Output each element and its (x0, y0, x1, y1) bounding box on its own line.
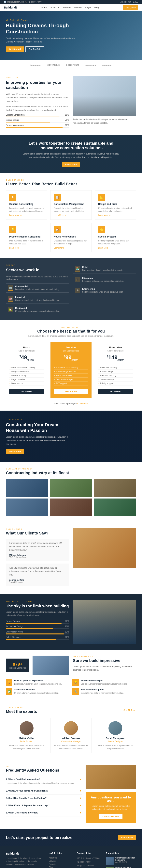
faq-item-2[interactable]: 2. What Are Your Terms And Conditions?▼ … (6, 787, 82, 795)
faq-item-4[interactable]: 4. What Kinds of Payment Do You Accept?▼… (6, 802, 82, 809)
faq-section: FAQ Frequently Asked Questions 1. Where … (0, 759, 142, 829)
footer-contact-details: 123 Build Street, NY 10001 +1 234 567 89… (77, 857, 102, 867)
feature-item: Priority support (98, 381, 133, 385)
hero-buttons: Get Started Our Portfolio (6, 46, 77, 52)
project-image-4 (6, 498, 48, 516)
faq-cta-btn[interactable]: Contact Us Now (99, 814, 122, 819)
plan-enterprise-price: $149/month (98, 354, 133, 361)
service-desc-4: Duis aute irure dolor in reprehenderit i… (9, 239, 44, 245)
service-link-3[interactable]: Learn More → (98, 214, 133, 216)
projects-section: OUR LATEST PROJECT Constructing industry… (0, 462, 142, 522)
footer-useful-links: Useful Links About Us Services Projects … (47, 852, 73, 868)
top-bar-hours: Mon-Fri: 8:00 - 17:00 (120, 1, 138, 3)
partner-3: LOGOPSUM (66, 64, 79, 66)
pricing-heading: Choose the best plan that fit for you (6, 329, 136, 334)
footer-posts-heading: Recent Post (106, 852, 136, 855)
hero-portfolio-button[interactable]: Our Portfolio (26, 46, 44, 52)
education-icon: 🎓 (75, 277, 80, 282)
nav-home[interactable]: Home (41, 6, 47, 9)
nav-cta-button[interactable]: Get Quote (123, 5, 138, 10)
faq-item-5[interactable]: 5. When Do I receive my order?▼ Sed ut p… (6, 809, 82, 816)
plan-premium-subtitle: Sed ut perspiciatis (54, 350, 88, 352)
service-icon-1: 🏗 (9, 194, 16, 201)
service-icon-3: 📐 (98, 194, 105, 201)
expert-card-3: Sarah Thompson Interior Designer Duis au… (95, 718, 136, 753)
nav-about[interactable]: About Us (50, 6, 59, 9)
plan-basic-price: $49/month (9, 354, 44, 361)
logo[interactable]: Buildcraft (4, 6, 17, 9)
passion-description: Lorem ipsum dolor sit amet, consectetur … (6, 435, 69, 446)
nav-portfolio[interactable]: Portfolio (74, 6, 82, 9)
footer-description: Lorem ipsum dolor sit amet, consectetur … (6, 857, 44, 866)
feature-item: Custom design (98, 370, 133, 374)
faq-image (85, 765, 136, 789)
stat-label: Projects Completed (9, 667, 26, 669)
sustainable-section: Let's work together to create sustainabl… (0, 135, 142, 173)
service-desc-2: Consectetur adipiscing elit sed do eiusm… (54, 207, 88, 213)
services-section: OUR SERVICES Listen Better. Plan Better.… (0, 173, 142, 258)
testimonial-author-2: George S. King (9, 579, 66, 581)
footer-link-services[interactable]: Services (47, 860, 73, 862)
sector-education-desc: Excepteur sint occaecat cupidatat non pr… (82, 280, 124, 283)
passion-label: OUR PASSION (6, 418, 136, 421)
nav-services[interactable]: Services (63, 6, 71, 9)
service-link-4[interactable]: Learn More → (9, 247, 44, 249)
partner-4: Logopsum (84, 64, 96, 66)
faq-heading: Frequently Asked Questions (6, 768, 82, 773)
passion-heading: Constructing Your Dream House with Passi… (6, 422, 69, 433)
service-link-6[interactable]: Learn More → (98, 247, 133, 249)
nav-pages[interactable]: Pages (85, 6, 91, 9)
project-image-2 (50, 479, 92, 497)
contact-us-link[interactable]: Contact Us (77, 402, 88, 405)
skills-label: THE SKY IS THE LIMIT (6, 600, 69, 602)
partners-section: Logopsum LOREM·SUM LOGOPSUM Logopsum log… (0, 60, 142, 70)
sector-engineering-title: Engineering (82, 288, 123, 290)
faq-item-1[interactable]: 1. Where Can I Find Information?▼ Lorem … (6, 776, 82, 787)
hero-get-started-button[interactable]: Get Started (6, 46, 24, 52)
footer-link-blog[interactable]: Blog (47, 866, 73, 868)
service-link-5[interactable]: Learn More → (54, 247, 88, 249)
service-link-1[interactable]: Learn More → (9, 214, 44, 216)
service-desc-6: Sed ut perspiciatis unde omnis iste natu… (98, 239, 133, 245)
sustainable-btn[interactable]: Learn More (62, 162, 80, 167)
testimonials-heading: What Our Clients Say? (6, 531, 69, 535)
feature-item: Project timeline (9, 378, 44, 381)
service-title-5: House Renovations (54, 235, 88, 238)
passion-btn[interactable]: Get Started (6, 449, 24, 454)
footer-contact-heading: Contact Info (77, 852, 102, 855)
plan-basic-btn[interactable]: Get Started (9, 389, 44, 394)
feature-item: Enterprise planning (98, 366, 133, 370)
feature-item: 24/7 support (54, 381, 88, 385)
sector-retail-title: Retail (82, 266, 123, 268)
why-item-2: 👷 Professional & Expert Sed do eiusmod t… (72, 679, 136, 686)
sector-item-engineering: ⚙ EngineeringSed ut perspiciatis unde om… (73, 286, 136, 295)
footer-phone: +1 234 567 890 (77, 860, 102, 864)
faq-cta-heading: Any questions you want to ask? (90, 796, 132, 803)
service-card-4: 💡 Preconstruction Consulting Duis aute i… (6, 223, 47, 252)
plan-enterprise-btn[interactable]: Get Started (98, 389, 133, 394)
expert-card-2: William Gardner Construction Manager Ut … (50, 718, 92, 753)
service-link-2[interactable]: Learn More → (54, 214, 88, 216)
feature-item: Premium materials (54, 374, 88, 378)
projects-grid (6, 479, 136, 516)
retail-icon: 🏪 (75, 266, 80, 272)
sector-heading: Sector we work in (6, 268, 69, 272)
experts-heading: Meet the experts (6, 709, 37, 714)
nav-blog[interactable]: Blog (94, 6, 99, 9)
chevron-down-icon: ▼ (79, 804, 82, 807)
sector-items: 🏢 CommercialLorem ipsum dolor sit amet c… (6, 283, 69, 314)
sector-industrial-desc: Consectetur adipiscing elit sed do eiusm… (15, 299, 60, 302)
sector-item-education: 🎓 EducationExcepteur sint occaecat cupid… (73, 275, 136, 284)
progress-item-3: Project Management90% (6, 124, 69, 128)
see-all-link[interactable]: See All Team (123, 709, 136, 711)
footer-link-projects[interactable]: Projects (47, 863, 73, 865)
faq-item-3[interactable]: 3. Can I Buy Directly From the Factory?▼… (6, 795, 82, 802)
why-desc-3: Ut enim ad minim veniam quis nostrud exe… (14, 691, 59, 694)
footer-link-about[interactable]: About Us (47, 857, 73, 859)
feature-item: Interior design included (54, 370, 88, 374)
cta-banner: Let's start your project to be realize G… (0, 829, 142, 846)
skills-image (73, 600, 136, 644)
plan-premium-btn[interactable]: Get Started (54, 389, 88, 394)
cta-get-started-btn[interactable]: Get Started (118, 835, 136, 840)
projects-heading: Constructing industry at its finest (6, 471, 136, 475)
